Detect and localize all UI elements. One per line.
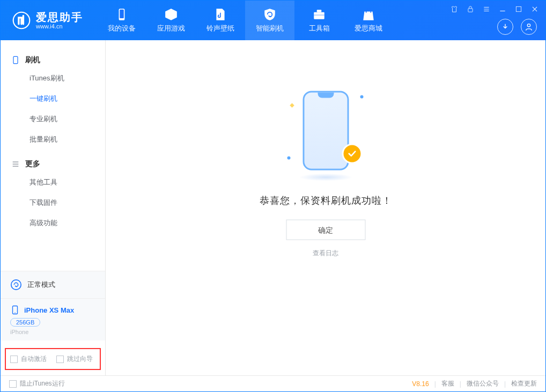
svg-rect-7 xyxy=(516,6,521,11)
flash-options-highlight: 自动激活 跳过向导 xyxy=(5,348,101,370)
close-icon[interactable] xyxy=(529,4,540,14)
sidebar-item-advanced[interactable]: 高级功能 xyxy=(1,213,105,233)
svg-rect-5 xyxy=(314,14,324,16)
footer: 阻止iTunes运行 V8.16 | 客服 | 微信公众号 | 检查更新 xyxy=(1,375,545,391)
lock-icon[interactable] xyxy=(465,4,476,14)
sidebar-group-more: 更多 xyxy=(1,156,105,172)
ok-button[interactable]: 确定 xyxy=(286,220,365,240)
tab-label: 爱思商城 xyxy=(355,24,382,33)
tab-label: 应用游戏 xyxy=(157,24,185,33)
shield-refresh-icon xyxy=(263,8,277,21)
user-button[interactable] xyxy=(521,19,537,35)
toolbox-icon xyxy=(312,8,326,21)
support-link[interactable]: 客服 xyxy=(441,379,454,388)
bag-icon xyxy=(361,8,375,21)
success-illustration xyxy=(283,91,368,182)
sparkle-icon xyxy=(287,157,290,160)
view-log-link[interactable]: 查看日志 xyxy=(260,249,392,258)
tab-ring[interactable]: 铃声壁纸 xyxy=(196,1,245,40)
success-check-icon xyxy=(342,144,362,164)
list-icon xyxy=(11,160,20,168)
sidebar: 刷机 iTunes刷机 一键刷机 专业刷机 批量刷机 更多 其他工具 下载固件 … xyxy=(1,40,106,375)
maximize-icon[interactable] xyxy=(513,4,524,14)
tab-apps[interactable]: 应用游戏 xyxy=(146,1,196,40)
device-name: iPhone XS Max xyxy=(24,306,74,314)
minimize-icon[interactable] xyxy=(497,4,508,14)
svg-point-12 xyxy=(14,313,16,314)
device-storage: 256GB xyxy=(10,318,40,327)
checkbox-skip-guide[interactable]: 跳过向导 xyxy=(56,354,93,364)
brand-name: 爱思助手 xyxy=(36,11,83,23)
main-panel: 恭喜您，保资料刷机成功啦！ 确定 查看日志 xyxy=(106,40,545,375)
sidebar-item-itunes-flash[interactable]: iTunes刷机 xyxy=(1,68,105,88)
svg-rect-2 xyxy=(120,10,124,18)
window-controls xyxy=(449,4,540,14)
sparkle-icon xyxy=(290,103,294,107)
checkbox-auto-activate[interactable]: 自动激活 xyxy=(10,354,47,364)
download-button[interactable] xyxy=(497,19,513,35)
sidebar-item-oneclick-flash[interactable]: 一键刷机 xyxy=(1,88,105,109)
sidebar-item-other-tools[interactable]: 其他工具 xyxy=(1,172,105,193)
phone-illustration xyxy=(302,91,349,171)
brand-url: www.i4.cn xyxy=(36,23,83,29)
cube-icon xyxy=(164,8,178,21)
checkbox-icon xyxy=(56,356,64,363)
device-info[interactable]: iPhone XS Max 256GB iPhone xyxy=(1,299,105,341)
wechat-link[interactable]: 微信公众号 xyxy=(467,379,499,388)
device-icon xyxy=(115,8,129,21)
check-update-link[interactable]: 检查更新 xyxy=(511,379,537,388)
tab-label: 智能刷机 xyxy=(256,24,284,33)
svg-point-10 xyxy=(11,280,21,290)
header-tabs: 我的设备 应用游戏 铃声壁纸 智能刷机 工具箱 爱思商城 xyxy=(97,1,393,40)
checkbox-icon xyxy=(9,380,17,388)
device-mode-row[interactable]: 正常模式 xyxy=(1,271,105,299)
checkbox-block-itunes[interactable]: 阻止iTunes运行 xyxy=(9,379,65,388)
tab-label: 我的设备 xyxy=(108,24,136,33)
refresh-circle-icon xyxy=(10,279,22,291)
svg-rect-6 xyxy=(468,9,473,12)
header-actions xyxy=(497,19,537,35)
sidebar-item-pro-flash[interactable]: 专业刷机 xyxy=(1,109,105,129)
checkbox-icon xyxy=(10,356,18,363)
svg-rect-9 xyxy=(13,56,18,63)
app-window: 爱思助手 www.i4.cn 我的设备 应用游戏 铃声壁纸 智能刷机 xyxy=(0,0,546,392)
tab-tools[interactable]: 工具箱 xyxy=(294,1,344,40)
tab-flash[interactable]: 智能刷机 xyxy=(245,1,294,40)
svg-rect-4 xyxy=(317,10,322,12)
sidebar-group-flash: 刷机 xyxy=(1,52,105,68)
mode-label: 正常模式 xyxy=(27,280,55,290)
brand: 爱思助手 www.i4.cn xyxy=(1,1,93,40)
body: 刷机 iTunes刷机 一键刷机 专业刷机 批量刷机 更多 其他工具 下载固件 … xyxy=(1,40,545,375)
phone-outline-icon xyxy=(10,305,20,315)
tshirt-icon[interactable] xyxy=(449,4,460,14)
sidebar-item-batch-flash[interactable]: 批量刷机 xyxy=(1,129,105,150)
svg-point-8 xyxy=(527,24,530,27)
sidebar-item-download-firmware[interactable]: 下载固件 xyxy=(1,193,105,213)
header: 爱思助手 www.i4.cn 我的设备 应用游戏 铃声壁纸 智能刷机 xyxy=(1,1,545,40)
logo-icon xyxy=(12,11,31,29)
tab-label: 工具箱 xyxy=(309,24,330,33)
tab-store[interactable]: 爱思商城 xyxy=(344,1,393,40)
menu-icon[interactable] xyxy=(481,4,492,14)
success-message: 恭喜您，保资料刷机成功啦！ xyxy=(260,194,392,207)
music-file-icon xyxy=(213,8,227,21)
sparkle-icon xyxy=(360,95,363,99)
tab-label: 铃声壁纸 xyxy=(206,24,234,33)
phone-icon xyxy=(11,56,20,64)
tab-device[interactable]: 我的设备 xyxy=(97,1,146,40)
device-type: iPhone xyxy=(10,329,95,335)
version-label: V8.16 xyxy=(412,380,429,388)
